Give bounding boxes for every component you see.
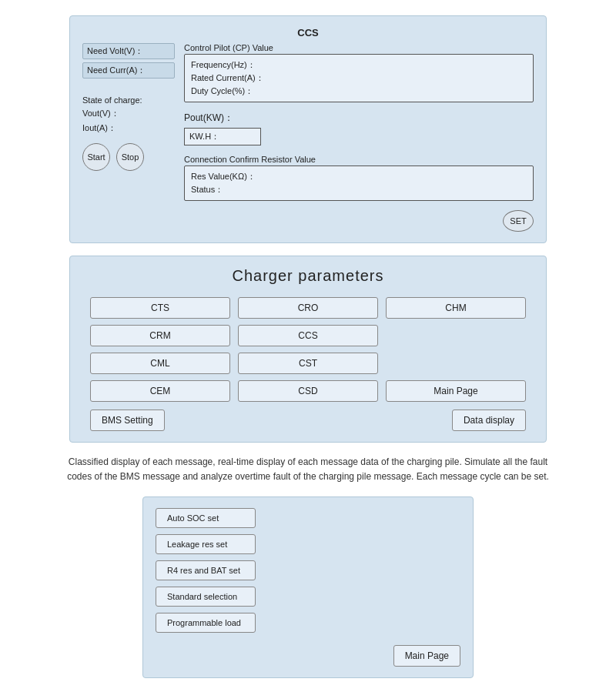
data-display-button[interactable]: Data display <box>452 410 526 431</box>
charger-btn-crm[interactable]: CRM <box>90 325 230 346</box>
leakage-res-set-button[interactable]: Leakage res set <box>156 534 256 554</box>
ccs-title: CCS <box>82 27 534 38</box>
need-curr-label: Need Curr(A)： <box>82 62 175 79</box>
charger-footer: BMS Setting Data display <box>82 410 534 431</box>
bms-main-page-button[interactable]: Main Page <box>393 645 460 667</box>
charger-btn-csd[interactable]: CSD <box>238 380 378 402</box>
charger-btn-cts[interactable]: CTS <box>90 297 230 319</box>
bms-footer: Main Page <box>156 645 460 667</box>
charger-btn-main-page[interactable]: Main Page <box>386 380 526 402</box>
r4-res-bat-set-button[interactable]: R4 res and BAT set <box>156 560 256 580</box>
charger-description: Classified display of each message, real… <box>15 455 601 484</box>
charger-btn-empty2 <box>386 353 526 374</box>
cp-frequency: Frequency(Hz)： <box>191 59 527 72</box>
charger-btn-empty1 <box>386 325 526 346</box>
charger-btn-cst[interactable]: CST <box>238 353 378 374</box>
stop-button[interactable]: Stop <box>116 143 144 171</box>
iout-label: Iout(A)： <box>82 122 175 134</box>
start-button[interactable]: Start <box>82 143 110 171</box>
ccr-section-title: Connection Confirm Resistor Value <box>184 155 534 164</box>
standard-selection-button[interactable]: Standard selection <box>156 587 256 607</box>
ccr-box: Res Value(KΩ)： Status： <box>184 165 534 201</box>
ccr-res-value: Res Value(KΩ)： <box>191 170 527 183</box>
kwh-box: KW.H： <box>184 128 261 145</box>
charger-btn-ccs[interactable]: CCS <box>238 325 378 346</box>
charger-btn-cem[interactable]: CEM <box>90 380 230 402</box>
need-volt-label: Need Volt(V)： <box>82 43 175 59</box>
set-button[interactable]: SET <box>503 210 534 232</box>
programmable-load-button[interactable]: Programmable load <box>156 613 256 633</box>
cp-section-title: Control Pilot (CP) Value <box>184 43 534 52</box>
ccr-status: Status： <box>191 183 527 196</box>
charger-btn-chm[interactable]: CHM <box>386 297 526 319</box>
auto-soc-set-button[interactable]: Auto SOC set <box>156 508 256 528</box>
ccs-panel: CCS Need Volt(V)： Need Curr(A)： State of… <box>69 15 547 243</box>
state-of-charge-label: State of charge: <box>82 95 175 105</box>
charger-btn-cro[interactable]: CRO <box>238 297 378 319</box>
cp-rated-current: Rated Current(A)： <box>191 72 527 85</box>
vout-label: Vout(V)： <box>82 108 175 119</box>
charger-btn-cml[interactable]: CML <box>90 353 230 374</box>
charger-panel: Charger parameters CTS CRO CHM CRM CCS C… <box>69 256 547 443</box>
bms-setting-button[interactable]: BMS Setting <box>90 410 165 431</box>
bms-panel: Auto SOC set Leakage res set R4 res and … <box>142 496 474 678</box>
cp-duty-cycle: Duty Cycle(%)： <box>191 85 527 98</box>
cp-box: Frequency(Hz)： Rated Current(A)： Duty Cy… <box>184 54 534 102</box>
charger-title: Charger parameters <box>82 267 534 285</box>
charger-grid: CTS CRO CHM CRM CCS CML CST CEM CSD Main… <box>82 297 534 402</box>
kwh-label: KW.H： <box>189 132 219 141</box>
pout-label: Pout(KW)： <box>184 112 233 125</box>
